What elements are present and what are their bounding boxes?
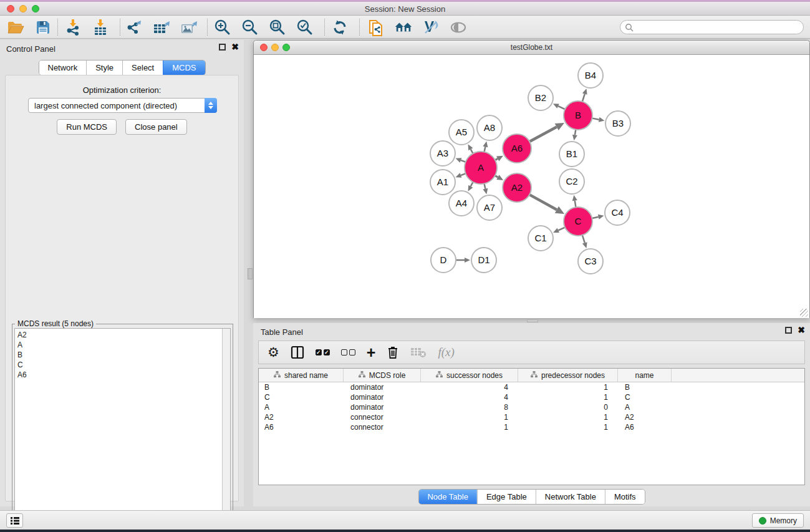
column-header-MCDS-role[interactable]: MCDS role [344,369,421,382]
node-A2[interactable]: A2 [503,173,531,202]
cell-MCDS-role[interactable]: connector [344,413,421,422]
import-network-icon[interactable] [64,18,82,37]
column-header-shared-name[interactable]: shared name [259,369,344,382]
close-panel-button[interactable]: Close panel [125,119,187,135]
horizontal-split-handle[interactable] [527,319,538,322]
node-A8[interactable]: A8 [477,115,502,140]
tab-style[interactable]: Style [86,60,122,75]
zoom-fit-icon[interactable] [268,18,287,37]
cell-predecessor-nodes[interactable]: 1 [518,413,618,422]
window-resize-grip[interactable] [800,309,808,317]
node-B[interactable]: B [564,101,592,130]
result-item[interactable]: A2 [17,330,230,340]
cell-shared-name[interactable]: C [259,393,344,402]
node-C[interactable]: C [564,207,592,236]
delete-column-trash-icon[interactable] [387,344,399,360]
column-selector-icon[interactable] [291,344,304,360]
duplicate-network-icon[interactable] [367,18,385,37]
table-row-A[interactable]: Adominator80A [259,402,804,412]
table-float-panel-icon[interactable] [785,327,792,334]
zoom-in-icon[interactable] [213,18,232,37]
vertical-split-handle[interactable] [248,268,253,279]
table-row-B[interactable]: Bdominator41B [259,382,804,392]
cell-predecessor-nodes[interactable]: 1 [518,383,618,392]
cell-name[interactable]: B [618,383,672,392]
cell-successor-nodes[interactable]: 8 [421,403,518,412]
show-hidden-eye-icon[interactable] [449,18,468,37]
export-image-icon[interactable] [180,18,198,37]
result-item[interactable]: A [17,340,230,350]
result-list-scrollbar[interactable] [222,329,230,532]
edge-A2-C[interactable] [529,195,557,210]
tab-mcds[interactable]: MCDS [163,60,205,75]
tab-select[interactable]: Select [122,60,163,75]
tab-network-table[interactable]: Network Table [536,490,605,504]
node-C4[interactable]: C4 [605,200,630,225]
table-row-A2[interactable]: A2connector11A2 [259,412,804,422]
node-C1[interactable]: C1 [528,226,553,251]
cell-MCDS-role[interactable]: dominator [344,383,421,392]
add-column-icon[interactable]: + [367,344,376,360]
node-D1[interactable]: D1 [471,248,496,273]
node-A4[interactable]: A4 [449,191,474,216]
node-A7[interactable]: A7 [477,195,502,220]
export-table-icon[interactable] [152,18,171,37]
first-neighbors-icon[interactable] [394,18,413,37]
search-field[interactable] [620,20,804,34]
cell-name[interactable]: A [618,403,672,412]
table-options-gear-icon[interactable]: ⚙ [268,344,279,360]
node-B4[interactable]: B4 [578,63,603,88]
cell-shared-name[interactable]: B [259,383,344,392]
result-item[interactable]: C [17,360,230,370]
zoom-selected-icon[interactable] [296,18,314,37]
tab-motifs[interactable]: Motifs [605,490,645,504]
cell-predecessor-nodes[interactable]: 1 [518,393,618,402]
tab-node-table[interactable]: Node Table [418,490,477,504]
node-C3[interactable]: C3 [578,249,603,274]
cell-MCDS-role[interactable]: dominator [344,393,421,402]
open-session-icon[interactable] [6,18,25,37]
float-panel-icon[interactable] [219,44,226,51]
cell-shared-name[interactable]: A2 [259,413,344,422]
zoom-out-icon[interactable] [241,18,259,37]
cell-successor-nodes[interactable]: 1 [421,413,518,422]
cell-name[interactable]: A6 [618,423,672,432]
run-mcds-button[interactable]: Run MCDS [57,119,117,135]
edge-B-B4[interactable] [582,94,585,102]
node-A5[interactable]: A5 [449,120,474,145]
cell-shared-name[interactable]: A6 [259,423,344,432]
cell-successor-nodes[interactable]: 4 [421,393,518,402]
close-panel-icon[interactable]: ✖ [231,44,239,51]
node-B1[interactable]: B1 [559,142,584,167]
node-A1[interactable]: A1 [430,170,455,195]
node-D[interactable]: D [431,248,456,273]
tab-edge-table[interactable]: Edge Table [477,490,536,504]
task-history-button[interactable] [6,513,23,528]
table-row-C[interactable]: Cdominator41C [259,392,804,402]
node-A6[interactable]: A6 [503,134,531,163]
hide-selected-icon[interactable] [422,18,440,37]
node-A[interactable]: A [465,152,497,184]
deselect-all-checkboxes-icon[interactable] [341,344,355,360]
cell-predecessor-nodes[interactable]: 0 [518,403,618,412]
network-canvas[interactable]: B4B2BB3A5A8A6B1A3AC2A1A2A4A7C4CC1C3DD1 [254,55,809,318]
edge-A6-B[interactable] [529,127,556,142]
optimization-criterion-select[interactable]: largest connected component (directed) [28,98,217,113]
network-window-titlebar[interactable]: testGlobe.txt [254,41,809,55]
table-close-panel-icon[interactable]: ✖ [798,327,805,334]
cell-MCDS-role[interactable]: connector [344,423,421,432]
cell-name[interactable]: C [618,393,672,402]
node-B3[interactable]: B3 [605,111,630,136]
edge-C-C3[interactable] [582,235,585,243]
node-B2[interactable]: B2 [528,85,553,110]
tab-network[interactable]: Network [39,60,86,75]
cell-successor-nodes[interactable]: 4 [421,383,518,392]
table-row-A6[interactable]: A6connector11A6 [259,422,804,432]
cell-shared-name[interactable]: A [259,403,344,412]
column-header-name[interactable]: name [618,369,672,382]
function-builder-icon[interactable]: f(x) [438,344,454,360]
delete-table-icon[interactable] [410,344,427,360]
memory-button[interactable]: Memory [752,513,804,528]
result-item[interactable]: A6 [17,370,230,380]
result-item[interactable]: B [17,350,230,360]
